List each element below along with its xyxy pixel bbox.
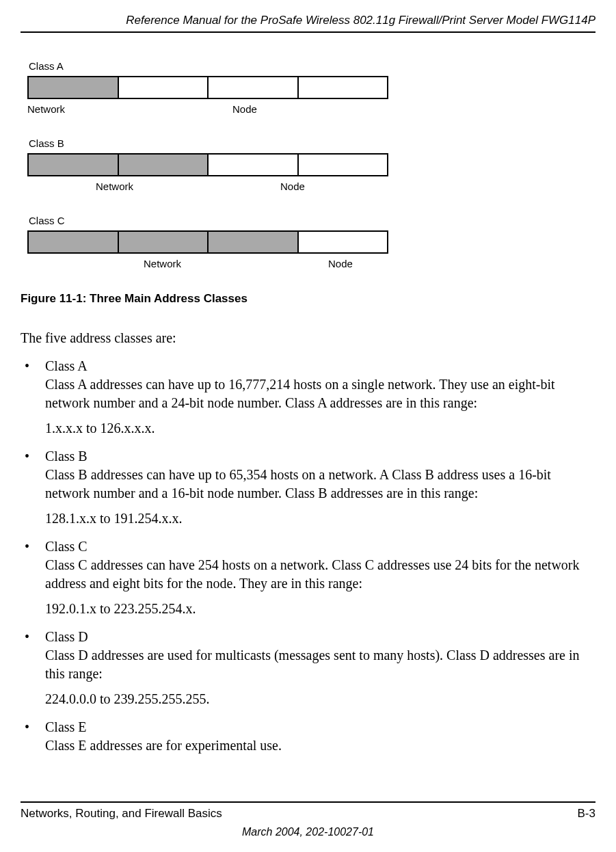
octet-node (299, 77, 388, 98)
bullet-icon: • (21, 718, 45, 755)
page-footer: Networks, Routing, and Firewall Basics B… (21, 801, 595, 838)
item-title: Class C (45, 537, 595, 556)
item-title: Class A (45, 357, 595, 375)
item-range: 1.x.x.x to 126.x.x.x. (45, 419, 595, 438)
list-item: • Class B Class B addresses can have up … (21, 447, 595, 528)
class-a-block: Class A Network Node (27, 60, 595, 117)
octet-network (29, 77, 119, 98)
class-c-label: Class C (29, 215, 595, 226)
class-b-block: Class B Network Node (27, 137, 595, 194)
octet-network (29, 155, 119, 175)
figure-caption: Figure 11-1: Three Main Address Classes (21, 292, 595, 306)
network-label: Network (144, 258, 181, 269)
octet-network (119, 155, 209, 175)
class-b-label: Class B (29, 137, 595, 149)
octet-network (29, 232, 119, 252)
class-b-octets (27, 153, 388, 176)
class-a-label: Class A (29, 60, 595, 72)
bullet-icon: • (21, 357, 45, 438)
item-range: 192.0.1.x to 223.255.254.x. (45, 600, 595, 618)
octet-network (119, 232, 209, 252)
class-a-labels: Network Node (27, 103, 388, 117)
bullet-icon: • (21, 447, 45, 528)
address-class-diagram: Class A Network Node Class B Network Nod… (27, 60, 595, 271)
header-rule (21, 31, 595, 33)
octet-node (209, 155, 299, 175)
item-desc: Class E addresses are for experimental u… (45, 736, 595, 755)
list-item: • Class E Class E addresses are for expe… (21, 718, 595, 755)
item-range: 224.0.0.0 to 239.255.255.255. (45, 690, 595, 708)
class-b-labels: Network Node (27, 181, 388, 194)
octet-node (209, 77, 299, 98)
item-desc: Class C addresses can have 254 hosts on … (45, 556, 595, 593)
octet-network (209, 232, 299, 252)
item-title: Class D (45, 628, 595, 646)
page-header: Reference Manual for the ProSafe Wireles… (21, 14, 595, 27)
item-desc: Class B addresses can have up to 65,354 … (45, 466, 595, 503)
list-item: • Class D Class D addresses are used for… (21, 628, 595, 708)
item-range: 128.1.x.x to 191.254.x.x. (45, 509, 595, 528)
network-label: Network (96, 181, 133, 192)
class-a-octets (27, 76, 388, 99)
node-label: Node (280, 181, 305, 192)
item-title: Class B (45, 447, 595, 466)
octet-node (299, 155, 388, 175)
bullet-icon: • (21, 537, 45, 618)
class-c-labels: Network Node (27, 258, 388, 271)
intro-text: The five address classes are: (21, 329, 595, 347)
list-item: • Class C Class C addresses can have 254… (21, 537, 595, 618)
footer-left: Networks, Routing, and Firewall Basics (21, 807, 222, 821)
item-desc: Class A addresses can have up to 16,777,… (45, 375, 595, 412)
class-c-block: Class C Network Node (27, 215, 595, 271)
node-label: Node (328, 258, 353, 269)
network-label: Network (27, 103, 65, 115)
item-desc: Class D addresses are used for multicast… (45, 646, 595, 683)
class-c-octets (27, 230, 388, 254)
class-list: • Class A Class A addresses can have up … (21, 357, 595, 755)
list-item: • Class A Class A addresses can have up … (21, 357, 595, 438)
octet-node (119, 77, 209, 98)
footer-center: March 2004, 202-10027-01 (21, 826, 595, 838)
node-label: Node (232, 103, 257, 115)
footer-rule (21, 801, 595, 803)
bullet-icon: • (21, 628, 45, 708)
octet-node (299, 232, 388, 252)
footer-right: B-3 (578, 807, 595, 821)
body-text: The five address classes are: • Class A … (21, 329, 595, 755)
item-title: Class E (45, 718, 595, 736)
